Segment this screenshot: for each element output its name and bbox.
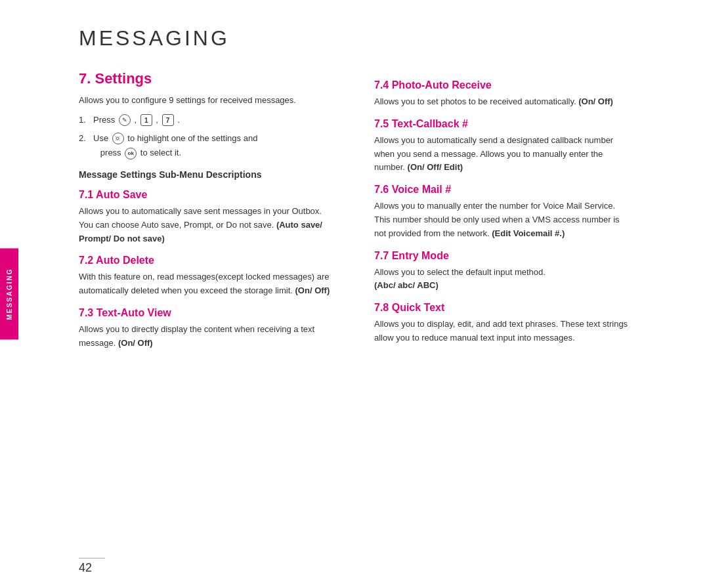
right-column: 7.4 Photo-Auto Receive Allows you to set…	[374, 70, 630, 538]
section-7-7: 7.7 Entry Mode Allows you to select the …	[374, 250, 630, 293]
page-number: 42	[79, 561, 92, 574]
section-7-7-desc: Allows you to select the default input m…	[374, 266, 630, 293]
sidebar-tab: MESSAGING	[0, 248, 18, 339]
step-2: 2. Use ⛭ to highlight one of the setting…	[79, 131, 335, 160]
ok-icon: ok	[125, 148, 137, 159]
section-7-1-title: 7.1 Auto Save	[79, 189, 335, 201]
content-area: 7. Settings Allows you to configure 9 se…	[0, 64, 709, 551]
section-7-6: 7.6 Voice Mail # Allows you to manually …	[374, 184, 630, 240]
section-7-4: 7.4 Photo-Auto Receive Allows you to set…	[374, 79, 630, 109]
section-7-8-title: 7.8 Quick Text	[374, 302, 630, 314]
section-7-1: 7.1 Auto Save Allows you to automaticall…	[79, 189, 335, 245]
section-7-3-desc: Allows you to directly display the conte…	[79, 323, 335, 350]
step-1: 1. Press ✎ , 1 , 7 .	[79, 113, 335, 127]
section-7-6-desc: Allows you to manually enter the number …	[374, 200, 630, 240]
section-7-2: 7.2 Auto Delete With this feature on, re…	[79, 255, 335, 298]
page-title: MESSAGING	[79, 26, 630, 51]
section-7-1-desc: Allows you to automatically save sent me…	[79, 205, 335, 245]
page-number-area: 42	[79, 558, 105, 575]
section-7-5-desc: Allows you to automatically send a desig…	[374, 134, 630, 175]
section-7-5: 7.5 Text-Callback # Allows you to automa…	[374, 118, 630, 175]
section-7-7-title: 7.7 Entry Mode	[374, 250, 630, 262]
key-1-icon: 1	[140, 114, 152, 126]
sidebar-tab-label: MESSAGING	[6, 268, 13, 320]
section-7-5-title: 7.5 Text-Callback #	[374, 118, 630, 130]
main-section: 7. Settings Allows you to configure 9 se…	[79, 70, 335, 180]
section-7-3-title: 7.3 Text-Auto View	[79, 307, 335, 319]
steps-list: 1. Press ✎ , 1 , 7 . 2.	[79, 113, 335, 160]
main-section-title: 7. Settings	[79, 70, 335, 87]
left-column: 7. Settings Allows you to configure 9 se…	[79, 70, 335, 538]
sub-menu-heading: Message Settings Sub-Menu Descriptions	[79, 169, 335, 180]
section-7-4-title: 7.4 Photo-Auto Receive	[374, 79, 630, 91]
section-7-2-desc: With this feature on, read messages(exce…	[79, 270, 335, 298]
nav-icon: ⛭	[112, 133, 124, 144]
step-2-text: Use ⛭ to highlight one of the settings a…	[93, 131, 257, 160]
key-7-icon: 7	[162, 114, 174, 126]
page-number-line	[79, 558, 105, 558]
main-section-description: Allows you to configure 9 settings for r…	[79, 94, 335, 108]
step-2-num: 2.	[79, 131, 91, 146]
step-1-text: Press ✎ , 1 , 7 .	[93, 113, 180, 127]
section-7-8-desc: Allows you to display, edit, and add tex…	[374, 318, 630, 345]
page: MESSAGING MESSAGING 7. Settings Allows y…	[0, 0, 709, 588]
section-7-8: 7.8 Quick Text Allows you to display, ed…	[374, 302, 630, 345]
section-7-4-desc: Allows you to set photos to be received …	[374, 95, 630, 109]
step-1-num: 1.	[79, 113, 91, 127]
page-header: MESSAGING	[0, 0, 709, 64]
menu-icon: ✎	[119, 114, 131, 126]
section-7-6-title: 7.6 Voice Mail #	[374, 184, 630, 196]
section-7-2-title: 7.2 Auto Delete	[79, 255, 335, 266]
page-footer: 42	[0, 551, 709, 588]
section-7-3: 7.3 Text-Auto View Allows you to directl…	[79, 307, 335, 350]
